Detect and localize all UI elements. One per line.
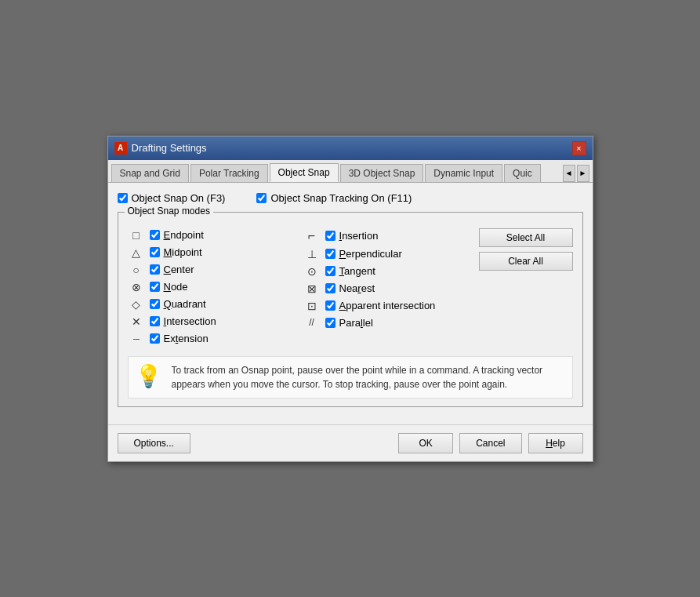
node-checkbox[interactable] (150, 282, 160, 292)
options-button[interactable]: Options... (118, 433, 190, 453)
endpoint-checkbox[interactable] (150, 230, 160, 240)
tab-object-snap[interactable]: Object Snap (270, 163, 339, 182)
parallel-checkbox[interactable] (325, 318, 335, 328)
tracking-on-checkbox[interactable] (256, 193, 267, 203)
select-all-button[interactable]: Select All (479, 228, 573, 247)
intersection-label: Intersection (164, 315, 216, 327)
endpoint-icon: □ (128, 229, 145, 242)
top-checkboxes: Object Snap On (F3) Object Snap Tracking… (118, 192, 583, 204)
tab-bar: Snap and Grid Polar Tracking Object Snap… (108, 160, 593, 183)
tracking-on-label: Object Snap Tracking On (F11) (270, 192, 412, 204)
app-icon: A (114, 142, 127, 155)
extension-icon: --- (128, 333, 145, 343)
snap-extension: --- Extension (128, 330, 303, 347)
snap-center: ○ Center (128, 261, 303, 278)
node-check[interactable]: Node (150, 281, 188, 293)
clear-all-button[interactable]: Clear All (479, 252, 573, 271)
tangent-label: Tangent (339, 265, 375, 277)
info-box: 💡 To track from an Osnap point, pause ov… (128, 356, 573, 399)
snap-quadrant: ◇ Quadrant (128, 296, 303, 313)
midpoint-label: Midpoint (164, 246, 202, 258)
snap-midpoint: △ Midpoint (128, 244, 303, 261)
content-area: Object Snap On (F3) Object Snap Tracking… (108, 183, 593, 424)
tab-snap-grid[interactable]: Snap and Grid (111, 164, 189, 182)
perpendicular-check[interactable]: Perpendicular (325, 248, 402, 260)
snap-on-check[interactable]: Object Snap On (F3) (118, 192, 226, 204)
midpoint-check[interactable]: Midpoint (150, 246, 202, 258)
center-icon: ○ (128, 264, 145, 276)
snap-on-checkbox[interactable] (118, 193, 128, 203)
close-button[interactable]: × (572, 141, 586, 155)
tangent-check[interactable]: Tangent (325, 265, 375, 277)
perpendicular-checkbox[interactable] (325, 249, 335, 259)
snap-modes-grid: □ Endpoint △ Midpoint (128, 227, 573, 347)
ok-button[interactable]: OK (398, 433, 453, 453)
perpendicular-icon: ⊥ (303, 248, 321, 260)
tab-dynamic-input[interactable]: Dynamic Input (425, 164, 502, 182)
quadrant-check[interactable]: Quadrant (150, 298, 206, 310)
cancel-button[interactable]: Cancel (459, 433, 521, 453)
nearest-checkbox[interactable] (325, 283, 335, 293)
endpoint-check[interactable]: Endpoint (150, 229, 204, 241)
snap-nearest: ⊠ Nearest (303, 280, 479, 297)
extension-checkbox[interactable] (150, 333, 160, 344)
snap-perpendicular: ⊥ Perpendicular (303, 246, 479, 263)
midpoint-checkbox[interactable] (150, 247, 160, 257)
title-bar-left: A Drafting Settings (114, 142, 207, 155)
intersection-check[interactable]: Intersection (150, 315, 216, 327)
snap-node: ⊗ Node (128, 278, 303, 296)
tab-scroll: ◄ ► (563, 165, 589, 182)
snap-tangent: ⊙ Tangent (303, 263, 479, 280)
tracking-on-check[interactable]: Object Snap Tracking On (F11) (256, 192, 412, 204)
tab-polar-tracking[interactable]: Polar Tracking (190, 164, 268, 182)
extension-label: Extension (164, 333, 209, 344)
tab-quick[interactable]: Quic (504, 164, 541, 182)
nearest-label: Nearest (339, 282, 375, 294)
col2: ⌐ Insertion ⊥ Perpendicular (303, 227, 479, 347)
insertion-check[interactable]: Insertion (325, 230, 379, 242)
apparent-check[interactable]: Apparent intersection (325, 300, 436, 311)
tangent-checkbox[interactable] (325, 266, 335, 276)
help-rest: elp (553, 438, 565, 449)
group-title: Object Snap modes (125, 206, 213, 217)
quadrant-checkbox[interactable] (150, 299, 160, 309)
endpoint-label: Endpoint (164, 229, 204, 241)
center-check[interactable]: Center (150, 264, 194, 275)
tab-3d-object-snap[interactable]: 3D Object Snap (340, 164, 424, 182)
bottom-bar: Options... OK Cancel Help (108, 424, 593, 461)
node-label: Node (164, 281, 188, 293)
quadrant-label: Quadrant (164, 298, 206, 310)
intersection-icon: ✕ (128, 315, 145, 328)
info-text: To track from an Osnap point, pause over… (172, 363, 566, 391)
help-button[interactable]: Help (528, 433, 583, 453)
tangent-icon: ⊙ (303, 265, 321, 278)
extension-check[interactable]: Extension (150, 333, 209, 344)
snap-buttons: Select All Clear All (479, 227, 573, 347)
title-bar: A Drafting Settings × (108, 137, 593, 160)
insertion-icon: ⌐ (303, 229, 321, 243)
snap-insertion: ⌐ Insertion (303, 227, 479, 246)
tab-scroll-left[interactable]: ◄ (563, 165, 575, 182)
quadrant-icon: ◇ (128, 298, 145, 311)
nearest-check[interactable]: Nearest (325, 282, 375, 294)
tab-scroll-right[interactable]: ► (577, 165, 589, 182)
snap-endpoint: □ Endpoint (128, 227, 303, 244)
perpendicular-label: Perpendicular (339, 248, 402, 260)
intersection-checkbox[interactable] (150, 316, 160, 326)
nearest-icon: ⊠ (303, 282, 321, 295)
parallel-icon: // (303, 317, 321, 328)
center-checkbox[interactable] (150, 264, 160, 275)
snap-on-label: Object Snap On (F3) (132, 192, 226, 204)
lightbulb-icon: 💡 (135, 363, 162, 389)
insertion-checkbox[interactable] (325, 231, 335, 241)
parallel-check[interactable]: Parallel (325, 317, 373, 329)
snap-apparent: ⊡ Apparent intersection (303, 297, 479, 315)
midpoint-icon: △ (128, 246, 145, 259)
window-title: Drafting Settings (132, 142, 207, 154)
apparent-checkbox[interactable] (325, 300, 335, 311)
bottom-right-buttons: OK Cancel Help (398, 433, 582, 453)
snap-parallel: // Parallel (303, 315, 479, 331)
help-underline: H (546, 438, 553, 449)
drafting-settings-dialog: A Drafting Settings × Snap and Grid Pola… (107, 136, 593, 462)
parallel-label: Parallel (339, 317, 373, 329)
